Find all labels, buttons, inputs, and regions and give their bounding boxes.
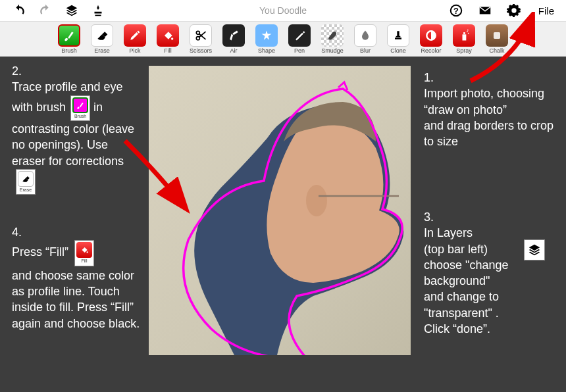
step-1-text: Import photo, choosing “draw on photo” a… xyxy=(424,86,559,149)
step-4-text-a: Press “Fill” xyxy=(12,246,68,259)
tool-pick[interactable]: Pick xyxy=(120,24,149,54)
top-bar: You Doodle ? File xyxy=(0,0,566,21)
photo-preview xyxy=(149,66,411,355)
help-icon[interactable]: ? xyxy=(449,3,463,18)
step-3-num: 3. xyxy=(424,209,559,225)
spray-icon xyxy=(453,24,475,47)
gear-icon[interactable] xyxy=(507,3,521,18)
step-3: 3. In Layers (top bar left) choose "chan… xyxy=(424,209,559,337)
mini-erase-icon: Erase xyxy=(16,169,36,195)
svg-point-15 xyxy=(87,252,88,253)
tool-label: Pen xyxy=(294,47,305,54)
tool-label: Brush xyxy=(61,47,77,54)
tool-label: Recolor xyxy=(421,47,441,54)
tool-label: Shape xyxy=(258,47,275,54)
tool-label: Spray xyxy=(456,47,472,54)
clone-icon xyxy=(387,24,409,47)
blur-icon xyxy=(354,24,376,47)
tutorial-canvas: 2. Trace profile and eye with brush Brus… xyxy=(0,57,566,392)
tool-chalk[interactable]: Chalk xyxy=(482,24,511,54)
svg-point-3 xyxy=(171,37,173,39)
step-2-text-a: Trace profile and eye with brush xyxy=(12,80,122,114)
step-2-num: 2. xyxy=(12,63,143,79)
tool-label: Pick xyxy=(129,47,140,54)
mail-icon[interactable] xyxy=(478,3,492,18)
tool-label: Scissors xyxy=(190,47,212,54)
scissors-icon xyxy=(190,24,212,47)
layers-icon[interactable] xyxy=(64,3,79,18)
svg-marker-6 xyxy=(262,30,272,39)
tool-recolor[interactable]: Recolor xyxy=(417,24,446,54)
fill-icon xyxy=(157,24,179,47)
chalk-icon xyxy=(486,24,508,47)
tool-brush[interactable]: Brush xyxy=(55,24,84,54)
smudge-icon xyxy=(321,24,344,47)
tool-clone[interactable]: Clone xyxy=(384,24,413,54)
svg-point-11 xyxy=(468,32,469,34)
svg-rect-13 xyxy=(494,32,500,39)
mini-fill-icon: Fill xyxy=(74,240,94,266)
step-4-num: 4. xyxy=(12,224,143,240)
tool-label: Air xyxy=(230,47,238,54)
svg-text:?: ? xyxy=(453,6,459,16)
svg-point-10 xyxy=(467,31,468,32)
step-1-num: 1. xyxy=(424,70,559,86)
pen-icon xyxy=(288,24,311,47)
erase-icon xyxy=(91,24,113,47)
tool-label: Blur xyxy=(360,47,371,54)
tool-pen[interactable]: Pen xyxy=(285,24,314,54)
tool-air[interactable]: Air xyxy=(219,24,248,54)
svg-rect-9 xyxy=(463,32,465,34)
mini-layers-icon xyxy=(524,239,545,260)
file-menu[interactable]: File xyxy=(538,5,554,16)
tool-smudge[interactable]: Smudge xyxy=(318,24,347,54)
svg-rect-8 xyxy=(463,34,467,40)
svg-point-14 xyxy=(306,185,327,216)
tool-blur[interactable]: Blur xyxy=(351,24,380,54)
tool-toolbar: BrushErasePickFillScissorsAirShapePenSmu… xyxy=(0,21,566,57)
mini-brush-icon: Brush xyxy=(70,95,90,121)
step-4: 4. Press “Fill” Fill and choose same col… xyxy=(12,224,143,331)
stamp-icon[interactable] xyxy=(91,3,105,18)
tool-label: Smudge xyxy=(321,47,344,54)
tool-erase[interactable]: Erase xyxy=(88,24,116,54)
tool-scissors[interactable]: Scissors xyxy=(186,24,215,54)
air-icon xyxy=(222,24,245,47)
recolor-icon xyxy=(420,24,442,47)
tool-shape[interactable]: Shape xyxy=(252,24,281,54)
tool-label: Fill xyxy=(164,47,172,54)
shape-icon xyxy=(255,24,278,47)
tool-spray[interactable]: Spray xyxy=(450,24,478,54)
tool-label: Clone xyxy=(390,47,406,54)
redo-icon[interactable] xyxy=(38,3,53,18)
tool-fill[interactable]: Fill xyxy=(153,24,182,54)
undo-icon[interactable] xyxy=(12,3,26,18)
svg-point-12 xyxy=(467,29,469,30)
brush-icon xyxy=(58,24,80,47)
tool-label: Chalk xyxy=(489,47,504,54)
step-2: 2. Trace profile and eye with brush Brus… xyxy=(12,63,143,195)
pick-icon xyxy=(124,24,146,47)
step-4-text-b: and choose same color as profile line. T… xyxy=(12,268,143,331)
app-title: You Doodle xyxy=(259,5,307,16)
step-1: 1. Import photo, choosing “draw on photo… xyxy=(424,70,559,149)
tool-label: Erase xyxy=(94,47,110,54)
